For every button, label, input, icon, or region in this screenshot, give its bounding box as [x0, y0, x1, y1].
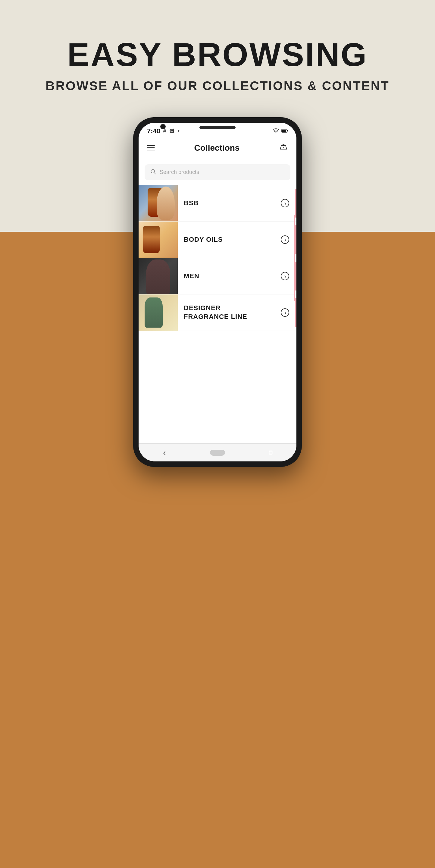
back-button[interactable] [159, 447, 170, 459]
chevron-right-icon-men [281, 272, 289, 280]
phone-camera [160, 124, 166, 129]
collection-item-bsb[interactable]: BSB [139, 185, 296, 221]
collection-label-designer: DESIGNER FRAGRANCE LINE [178, 304, 281, 321]
collection-item-designer[interactable]: DESIGNER FRAGRANCE LINE [139, 294, 296, 331]
phone-screen: 7:40 # 🖼 • [139, 123, 296, 461]
phone-speaker [199, 126, 236, 129]
collection-image-designer [139, 294, 178, 331]
svg-point-0 [276, 132, 276, 133]
search-icon [150, 168, 156, 176]
collection-item-men[interactable]: MEN [139, 258, 296, 294]
nav-bar: Collections [139, 138, 296, 158]
collection-image-bsb [139, 185, 178, 221]
wifi-icon [273, 128, 279, 134]
collection-label-bsb: BSB [178, 199, 281, 207]
phone-bottom-area [139, 443, 296, 461]
search-bar[interactable]: Search products [144, 164, 291, 180]
status-right [273, 128, 288, 134]
battery-icon [281, 128, 288, 134]
chevron-right-icon-body-oils [281, 236, 289, 244]
page-wrapper: EASY BROWSING BROWSE ALL OF OUR COLLECTI… [0, 0, 435, 868]
svg-rect-2 [287, 130, 288, 131]
photo-icon: 🖼 [169, 128, 175, 134]
content-area: 7:40 # 🖼 • [0, 117, 435, 868]
chevron-right-icon-bsb [281, 199, 289, 207]
banner-title: EASY BROWSING [67, 36, 368, 73]
basket-icon[interactable] [279, 143, 288, 153]
collection-label-body-oils: BODY OILS [178, 236, 281, 244]
svg-rect-3 [282, 130, 286, 132]
banner-area: EASY BROWSING BROWSE ALL OF OUR COLLECTI… [0, 0, 435, 117]
hamburger-menu-icon[interactable] [147, 145, 155, 151]
nav-title: Collections [194, 143, 240, 153]
home-button[interactable] [210, 450, 225, 456]
recents-button[interactable] [265, 447, 276, 459]
banner-subtitle: BROWSE ALL OF OUR COLLECTIONS & CONTENT [45, 79, 389, 93]
status-time: 7:40 [147, 127, 160, 135]
screen-content[interactable]: Search products BSB BODY O [139, 158, 296, 443]
dot-icon: • [178, 128, 179, 134]
hamburger-line [147, 145, 155, 146]
scrollbar-track [294, 215, 295, 301]
hamburger-line [147, 150, 155, 151]
hamburger-line [147, 147, 155, 148]
collection-label-men: MEN [178, 272, 281, 280]
collection-item-body-oils[interactable]: BODY OILS [139, 221, 296, 258]
search-input-placeholder: Search products [160, 169, 199, 176]
svg-line-8 [154, 173, 156, 174]
phone-device: 7:40 # 🖼 • [133, 117, 302, 467]
collection-image-body-oils [139, 221, 178, 258]
chevron-right-icon-designer [281, 308, 289, 317]
collection-image-men [139, 258, 178, 294]
collection-list: BSB BODY OILS MEN [139, 185, 296, 331]
